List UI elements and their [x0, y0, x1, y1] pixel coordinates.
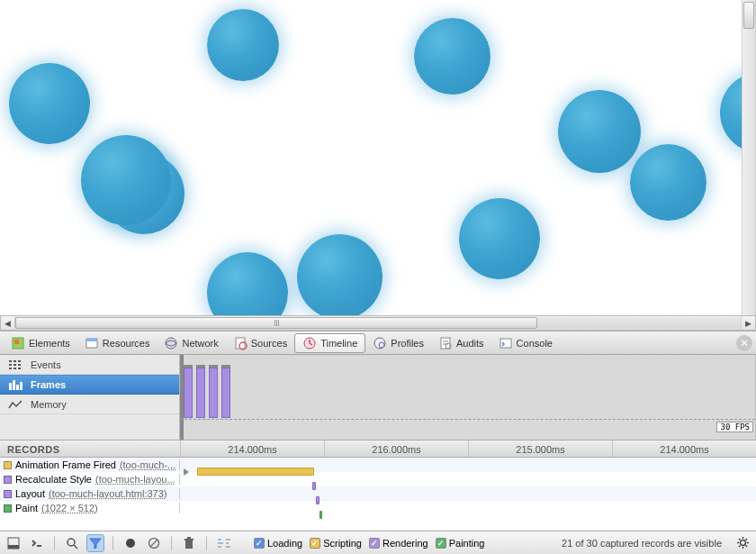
svg-rect-18	[8, 545, 19, 549]
svg-rect-12	[500, 339, 511, 348]
legend-scripting[interactable]: ✓Scripting	[310, 538, 362, 549]
record-icon[interactable]	[122, 535, 139, 551]
tab-label: Audits	[456, 338, 484, 349]
ball	[207, 9, 279, 81]
legend-rendering[interactable]: ✓Rendering	[369, 538, 428, 549]
records-title: RECORDS	[0, 440, 180, 457]
color-swatch	[4, 461, 12, 469]
profiles-icon	[373, 336, 387, 350]
tab-sources[interactable]: Sources	[226, 331, 294, 355]
time-col: 215.000ms	[468, 440, 612, 457]
sidepanel-frames[interactable]: Frames	[0, 375, 179, 395]
ball	[558, 90, 641, 173]
bottom-toolbar: ✓Loading ✓Scripting ✓Rendering ✓Painting…	[0, 531, 756, 554]
record-row[interactable]: Layout (too-much-layout.html:373)	[0, 486, 756, 501]
tab-label: Network	[182, 338, 218, 349]
svg-point-4	[166, 338, 176, 349]
svg-rect-23	[184, 539, 194, 540]
svg-rect-14	[13, 380, 15, 390]
record-row[interactable]: Recalculate Style (too-much-layou...	[0, 472, 756, 486]
svg-rect-3	[86, 339, 97, 341]
svg-rect-13	[9, 383, 12, 390]
ball	[414, 18, 490, 95]
horizontal-scrollbar[interactable]: ◀ ▶	[0, 315, 756, 331]
search-icon[interactable]	[64, 535, 80, 551]
record-link[interactable]: (too-much-...	[120, 459, 176, 470]
tab-elements[interactable]: Elements	[4, 331, 77, 355]
svg-rect-15	[16, 385, 19, 390]
tab-label: Resources	[103, 338, 150, 349]
elements-icon	[11, 336, 25, 350]
ball	[9, 63, 90, 144]
tab-label: Profiles	[391, 338, 424, 349]
record-label: Recalculate Style	[15, 474, 92, 485]
scroll-right-icon[interactable]: ▶	[742, 316, 755, 330]
tab-label: Timeline	[320, 338, 357, 349]
legend-painting[interactable]: ✓Painting	[436, 538, 485, 549]
svg-rect-24	[187, 537, 191, 539]
svg-point-25	[740, 540, 745, 546]
tab-console[interactable]: Console	[491, 331, 560, 355]
sidepanel-memory[interactable]: Memory	[0, 395, 179, 414]
tab-network[interactable]: Network	[157, 331, 225, 355]
frames-overview[interactable]: 30 FPS	[180, 355, 756, 440]
color-swatch	[4, 504, 12, 513]
expand-icon[interactable]	[184, 468, 189, 476]
ball	[297, 234, 382, 315]
memory-icon	[7, 399, 23, 410]
gear-icon[interactable]	[734, 535, 751, 551]
time-col: 214.000ms	[612, 440, 756, 457]
sources-icon	[233, 336, 248, 350]
status-text: 21 of 30 captured records are visible	[562, 538, 722, 549]
siderow-label: Frames	[31, 379, 66, 390]
record-link[interactable]: (1022 × 512)	[41, 503, 98, 513]
svg-rect-16	[20, 382, 22, 390]
time-col: 214.000ms	[180, 440, 324, 457]
ball	[207, 252, 288, 315]
frames-icon	[7, 379, 23, 390]
tab-resources[interactable]: Resources	[77, 331, 158, 355]
glue-icon[interactable]	[216, 535, 232, 551]
record-link[interactable]: (too-much-layout.html:373)	[49, 488, 166, 499]
console-toggle-icon[interactable]	[29, 535, 45, 551]
network-icon	[164, 336, 178, 350]
dock-icon[interactable]	[5, 535, 22, 551]
tab-profiles[interactable]: Profiles	[365, 331, 431, 355]
ball	[81, 135, 171, 225]
page-viewport	[0, 0, 756, 315]
vertical-scrollbar[interactable]	[742, 0, 755, 315]
tab-label: Sources	[251, 338, 287, 349]
record-label: Layout	[15, 488, 45, 499]
ball	[630, 144, 706, 221]
record-link[interactable]: (too-much-layou...	[95, 474, 176, 485]
filter-icon[interactable]	[87, 535, 104, 551]
tab-audits[interactable]: Audits	[431, 331, 491, 355]
svg-rect-22	[185, 540, 193, 549]
devtools-tabbar: Elements Resources Network Sources Timel…	[0, 331, 756, 355]
fps-badge: 30 FPS	[716, 422, 753, 432]
audits-icon	[438, 336, 453, 350]
tab-timeline[interactable]: Timeline	[294, 333, 365, 353]
siderow-label: Memory	[31, 399, 67, 410]
resources-icon	[85, 336, 99, 350]
color-swatch	[4, 476, 12, 484]
close-devtools-button[interactable]: ✕	[736, 335, 752, 351]
tab-label: Elements	[29, 338, 70, 349]
time-col: 216.000ms	[324, 440, 468, 457]
ball	[459, 198, 540, 279]
record-row[interactable]: Animation Frame Fired (too-much-...	[0, 458, 756, 472]
console-icon	[499, 336, 513, 350]
garbage-icon[interactable]	[181, 535, 197, 551]
timeline-icon	[302, 336, 317, 350]
records-list: Animation Frame Fired (too-much-... Reca…	[0, 458, 756, 515]
legend-loading[interactable]: ✓Loading	[254, 538, 302, 549]
svg-rect-1	[14, 340, 19, 344]
scroll-left-icon[interactable]: ◀	[1, 316, 14, 330]
records-header: RECORDS 214.000ms 216.000ms 215.000ms 21…	[0, 440, 756, 458]
svg-point-20	[126, 539, 135, 548]
clear-icon[interactable]	[146, 535, 162, 551]
color-swatch	[4, 490, 12, 498]
sidepanel-events[interactable]: Events	[0, 355, 179, 375]
record-row[interactable]: Paint (1022 × 512)	[0, 501, 756, 515]
record-label: Paint	[15, 503, 38, 513]
